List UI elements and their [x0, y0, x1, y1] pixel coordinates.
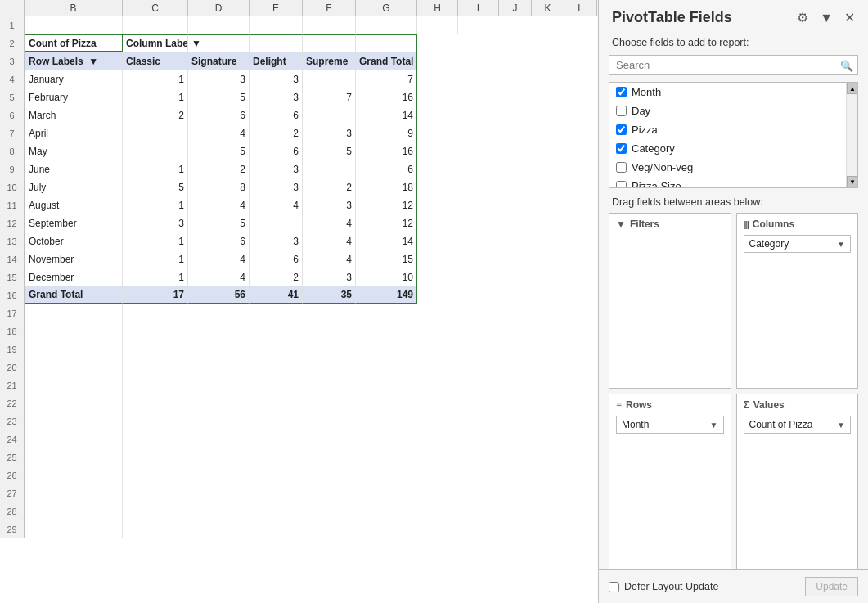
col-header-J: J — [499, 0, 532, 16]
table-row: 25 — [0, 448, 564, 466]
count-of-pizza-chip[interactable]: Count of Pizza ▼ — [744, 416, 852, 434]
table-row: 12 September 3 5 4 12 — [0, 214, 564, 232]
field-item-category[interactable]: Category — [609, 139, 857, 158]
month-april: April — [25, 124, 123, 142]
field-item-day[interactable]: Day — [609, 101, 857, 120]
field-checkbox-pizza-size[interactable] — [616, 181, 627, 188]
col-header-K: K — [532, 0, 564, 16]
cell-e13: 3 — [250, 232, 303, 250]
table-row: 6 March 2 6 6 14 — [0, 106, 564, 124]
table-row: 18 — [0, 322, 564, 340]
row-number: 27 — [0, 484, 25, 502]
field-item-month[interactable]: Month — [609, 83, 857, 101]
rows-icon: ≡ — [616, 399, 622, 411]
pivot-close-button[interactable]: ✕ — [841, 8, 858, 27]
empty-cell — [25, 484, 123, 502]
pivot-dropdown-button[interactable]: ▼ — [816, 9, 836, 27]
cell-d15: 4 — [188, 268, 250, 286]
defer-layout-checkbox[interactable] — [609, 582, 619, 592]
table-row: 3 Row Labels ▼ Classic Signature Delight… — [0, 52, 564, 70]
col-headers: B C D E F G H I J K L M — [0, 0, 564, 16]
delight-header: Delight — [250, 52, 303, 70]
filter-icon: ▼ — [616, 218, 626, 230]
month-may: May — [25, 142, 123, 160]
cell-F2 — [303, 34, 356, 52]
pivot-settings-button[interactable]: ⚙ — [794, 8, 812, 27]
cell-g15: 10 — [356, 268, 417, 286]
rows-area: ≡ Rows Month ▼ — [609, 394, 731, 569]
cell-c4: 1 — [123, 70, 188, 88]
category-chip[interactable]: Category ▼ — [744, 235, 852, 253]
row-number: 23 — [0, 412, 25, 430]
pivot-panel-actions: ⚙ ▼ ✕ — [794, 8, 858, 27]
table-row: 19 — [0, 340, 564, 358]
month-chip[interactable]: Month ▼ — [616, 416, 724, 434]
empty-cell — [25, 502, 123, 520]
row-number: 26 — [0, 466, 25, 484]
grand-total-supreme: 35 — [303, 286, 356, 304]
cell-g7: 9 — [356, 124, 417, 142]
field-checkbox-veg[interactable] — [616, 162, 627, 173]
table-row: 1 — [0, 16, 564, 34]
field-checkbox-category[interactable] — [616, 143, 627, 154]
cell-B1 — [25, 16, 123, 34]
month-september: September — [25, 214, 123, 232]
update-button[interactable]: Update — [805, 577, 858, 596]
cell-E1 — [250, 16, 303, 34]
field-checkbox-day[interactable] — [616, 106, 627, 116]
row-labels-header[interactable]: Row Labels ▼ — [25, 52, 123, 70]
col-header-I: I — [458, 0, 499, 16]
row-number: 16 — [0, 286, 25, 304]
cell-f10: 2 — [303, 178, 356, 196]
fields-list: Month Day Pizza Category Veg/Non-veg Piz… — [609, 82, 858, 188]
cell-d13: 6 — [188, 232, 250, 250]
row-number: 4 — [0, 70, 25, 88]
scrollbar-up-button[interactable]: ▲ — [847, 83, 858, 94]
cell-e14: 6 — [250, 250, 303, 268]
row-number: 11 — [0, 196, 25, 214]
month-november: November — [25, 250, 123, 268]
pivot-panel-title: PivotTable Fields — [612, 9, 732, 26]
cell-g12: 12 — [356, 214, 417, 232]
table-row: 7 April 4 2 3 9 — [0, 124, 564, 142]
table-row: 24 — [0, 430, 564, 448]
field-item-pizza-size[interactable]: Pizza Size — [609, 177, 857, 188]
table-row: 22 — [0, 394, 564, 412]
row-number: 20 — [0, 358, 25, 376]
month-chip-label: Month — [622, 419, 649, 430]
cell-g11: 12 — [356, 196, 417, 214]
row-number: 13 — [0, 232, 25, 250]
cell-c8 — [123, 142, 188, 160]
cell-g4: 7 — [356, 70, 417, 88]
row-number: 10 — [0, 178, 25, 196]
col-header-H: H — [417, 0, 458, 16]
cell-G2 — [356, 34, 417, 52]
pivot-filter-arrow[interactable]: ▼ — [188, 34, 250, 52]
search-input[interactable] — [609, 55, 858, 75]
row-number: 12 — [0, 214, 25, 232]
table-row: 9 June 1 2 3 6 — [0, 160, 564, 178]
search-icon: 🔍 — [840, 59, 853, 71]
field-checkbox-month[interactable] — [616, 87, 627, 97]
table-row: 10 July 5 8 3 2 18 — [0, 178, 564, 196]
table-row: 29 — [0, 520, 564, 538]
defer-layout-label[interactable]: Defer Layout Update — [609, 581, 718, 592]
pivot-panel: PivotTable Fields ⚙ ▼ ✕ Choose fields to… — [598, 0, 868, 603]
cell-d14: 4 — [188, 250, 250, 268]
field-item-pizza[interactable]: Pizza — [609, 120, 857, 139]
table-row: 13 October 1 6 3 4 14 — [0, 232, 564, 250]
cell-d12: 5 — [188, 214, 250, 232]
cell-g13: 14 — [356, 232, 417, 250]
field-checkbox-pizza[interactable] — [616, 124, 627, 135]
scrollbar-down-button[interactable]: ▼ — [847, 176, 858, 187]
spreadsheet-body: 1 2 Count of Pizza Column Labels ▼ 3 Row… — [0, 16, 564, 538]
row-number: 15 — [0, 268, 25, 286]
cell-C1 — [123, 16, 188, 34]
row-number: 8 — [0, 142, 25, 160]
field-item-veg[interactable]: Veg/Non-veg — [609, 158, 857, 177]
drag-label: Drag fields between areas below: — [599, 188, 868, 213]
cell-G1 — [356, 16, 417, 34]
month-chip-arrow: ▼ — [710, 421, 718, 430]
row-number: 21 — [0, 376, 25, 394]
month-february: February — [25, 88, 123, 106]
